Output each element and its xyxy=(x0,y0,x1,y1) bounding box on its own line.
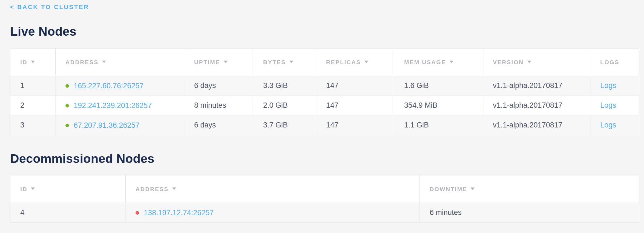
node-uptime-cell: 6 days xyxy=(184,76,253,96)
node-uptime-cell: 8 minutes xyxy=(184,96,253,115)
node-bytes-cell: 3.3 GiB xyxy=(253,76,316,96)
node-address-cell: 165.227.60.76:26257 xyxy=(56,76,184,96)
node-version-cell: v1.1-alpha.20170817 xyxy=(483,115,590,135)
decom-header-id-label: ID xyxy=(20,186,27,192)
decom-header-downtime[interactable]: DOWNTIME xyxy=(420,175,639,203)
sort-arrow-icon xyxy=(102,61,106,63)
node-replicas-cell: 147 xyxy=(316,96,394,115)
live-header-mem-usage-label: MEM USAGE xyxy=(404,59,446,65)
live-header-id-label: ID xyxy=(20,59,27,65)
node-downtime-cell: 6 minutes xyxy=(420,203,639,223)
node-address-cell: 192.241.239.201:26257 xyxy=(56,96,184,115)
decom-header-address[interactable]: ADDRESS xyxy=(126,175,420,203)
live-header-address[interactable]: ADDRESS xyxy=(56,49,184,76)
sort-arrow-icon xyxy=(289,61,293,63)
node-id-cell: 2 xyxy=(10,96,56,115)
table-row: 4 138.197.12.74:26257 6 minutes xyxy=(10,203,639,223)
node-mem-usage-cell: 354.9 MiB xyxy=(394,96,483,115)
node-bytes-cell: 2.0 GiB xyxy=(253,96,316,115)
sort-arrow-icon xyxy=(224,61,228,63)
decom-header-id[interactable]: ID xyxy=(10,175,126,203)
table-row: 2 192.241.239.201:26257 8 minutes 2.0 Gi… xyxy=(10,96,639,115)
node-mem-usage-cell: 1.6 GiB xyxy=(394,76,483,96)
decommissioned-nodes-table: ID ADDRESS DOWNTIME 4 138.197.12.74:2625… xyxy=(10,175,639,223)
sort-arrow-icon xyxy=(527,61,531,63)
node-address-link[interactable]: 138.197.12.74:26257 xyxy=(144,209,214,217)
live-nodes-header-row: ID ADDRESS UPTIME BYTES REPLICAS MEM USA… xyxy=(10,49,639,76)
live-header-id[interactable]: ID xyxy=(10,49,56,76)
live-header-version-label: VERSION xyxy=(493,59,524,65)
decommissioned-nodes-title: Decommissioned Nodes xyxy=(10,152,639,166)
node-live-status-icon xyxy=(65,84,69,88)
node-id-cell: 4 xyxy=(10,203,126,223)
live-header-bytes-label: BYTES xyxy=(263,59,286,65)
live-header-mem-usage[interactable]: MEM USAGE xyxy=(394,49,483,76)
decom-header-address-label: ADDRESS xyxy=(136,186,169,192)
live-header-replicas[interactable]: REPLICAS xyxy=(316,49,394,76)
node-version-cell: v1.1-alpha.20170817 xyxy=(483,76,590,96)
table-row: 3 67.207.91.36:26257 6 days 3.7 GiB 147 … xyxy=(10,115,639,135)
sort-arrow-icon xyxy=(471,187,475,190)
live-header-uptime[interactable]: UPTIME xyxy=(184,49,253,76)
live-header-address-label: ADDRESS xyxy=(65,59,99,65)
live-nodes-title: Live Nodes xyxy=(10,24,639,39)
sort-arrow-icon xyxy=(31,187,35,190)
table-row: 1 165.227.60.76:26257 6 days 3.3 GiB 147… xyxy=(10,76,639,96)
live-header-logs-label: LOGS xyxy=(600,59,619,65)
live-header-uptime-label: UPTIME xyxy=(194,59,220,65)
live-header-version[interactable]: VERSION xyxy=(483,49,590,76)
node-mem-usage-cell: 1.1 GiB xyxy=(394,115,483,135)
node-logs-cell: Logs xyxy=(590,115,639,135)
live-header-replicas-label: REPLICAS xyxy=(326,59,361,65)
node-logs-link[interactable]: Logs xyxy=(600,101,616,109)
node-address-link[interactable]: 192.241.239.201:26257 xyxy=(74,101,152,110)
decom-header-downtime-label: DOWNTIME xyxy=(430,186,467,192)
node-uptime-cell: 6 days xyxy=(184,115,253,135)
node-bytes-cell: 3.7 GiB xyxy=(253,115,316,135)
sort-arrow-icon xyxy=(172,187,176,190)
node-logs-cell: Logs xyxy=(590,76,639,96)
node-replicas-cell: 147 xyxy=(316,115,394,135)
node-id-cell: 1 xyxy=(10,76,56,96)
node-live-status-icon xyxy=(65,104,69,107)
live-header-bytes[interactable]: BYTES xyxy=(253,49,316,76)
sort-arrow-icon xyxy=(364,61,368,63)
node-decommissioned-status-icon xyxy=(136,211,139,215)
node-address-cell: 138.197.12.74:26257 xyxy=(126,203,420,223)
node-version-cell: v1.1-alpha.20170817 xyxy=(483,96,590,115)
node-id-cell: 3 xyxy=(10,115,56,135)
node-address-link[interactable]: 165.227.60.76:26257 xyxy=(74,82,143,90)
node-address-link[interactable]: 67.207.91.36:26257 xyxy=(74,121,139,130)
node-replicas-cell: 147 xyxy=(316,76,394,96)
sort-arrow-icon xyxy=(31,61,35,63)
node-logs-link[interactable]: Logs xyxy=(600,121,616,129)
sort-arrow-icon xyxy=(450,61,453,63)
node-logs-link[interactable]: Logs xyxy=(600,81,616,90)
nodes-page: < BACK TO CLUSTER Live Nodes ID ADDRESS … xyxy=(10,0,639,223)
live-nodes-table: ID ADDRESS UPTIME BYTES REPLICAS MEM USA… xyxy=(10,48,639,135)
node-address-cell: 67.207.91.36:26257 xyxy=(56,115,184,135)
back-to-cluster-link[interactable]: < BACK TO CLUSTER xyxy=(10,4,89,11)
decommissioned-header-row: ID ADDRESS DOWNTIME xyxy=(10,175,639,203)
live-header-logs: LOGS xyxy=(590,49,639,76)
node-logs-cell: Logs xyxy=(590,96,639,115)
node-live-status-icon xyxy=(65,124,69,127)
